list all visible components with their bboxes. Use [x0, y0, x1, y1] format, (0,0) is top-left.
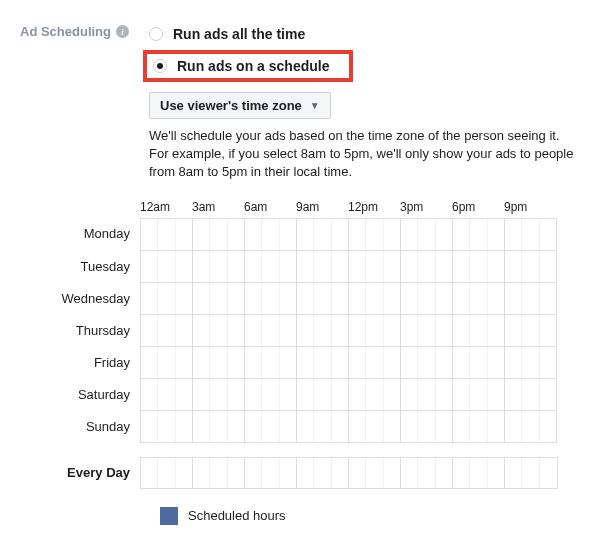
schedule-cell[interactable] — [366, 283, 383, 315]
schedule-cell[interactable] — [366, 347, 383, 379]
schedule-cell[interactable] — [176, 411, 193, 443]
schedule-cell[interactable] — [453, 219, 470, 251]
schedule-cell[interactable] — [176, 347, 193, 379]
schedule-cell[interactable] — [332, 411, 349, 443]
everyday-cell[interactable] — [245, 458, 262, 488]
schedule-cell[interactable] — [280, 283, 297, 315]
schedule-cell[interactable] — [141, 347, 158, 379]
schedule-cell[interactable] — [488, 283, 505, 315]
schedule-cell[interactable] — [280, 315, 297, 347]
schedule-cell[interactable] — [332, 315, 349, 347]
everyday-cell[interactable] — [141, 458, 158, 488]
schedule-cell[interactable] — [193, 219, 210, 251]
everyday-cell[interactable] — [193, 458, 210, 488]
everyday-cell[interactable] — [436, 458, 453, 488]
schedule-cell[interactable] — [366, 379, 383, 411]
schedule-cell[interactable] — [141, 315, 158, 347]
schedule-cell[interactable] — [314, 347, 331, 379]
radio-run-on-schedule[interactable]: Run ads on a schedule — [143, 50, 353, 82]
schedule-cell[interactable] — [176, 219, 193, 251]
schedule-cell[interactable] — [418, 379, 435, 411]
schedule-cell[interactable] — [245, 379, 262, 411]
schedule-cell[interactable] — [262, 347, 279, 379]
schedule-cell[interactable] — [418, 411, 435, 443]
schedule-cell[interactable] — [540, 411, 557, 443]
schedule-cell[interactable] — [384, 411, 401, 443]
day-cells[interactable] — [140, 379, 557, 411]
schedule-cell[interactable] — [332, 219, 349, 251]
schedule-cell[interactable] — [488, 315, 505, 347]
schedule-cell[interactable] — [418, 283, 435, 315]
schedule-cell[interactable] — [349, 219, 366, 251]
schedule-cell[interactable] — [401, 347, 418, 379]
schedule-cell[interactable] — [401, 379, 418, 411]
schedule-cell[interactable] — [436, 411, 453, 443]
schedule-cell[interactable] — [384, 251, 401, 283]
schedule-cell[interactable] — [141, 219, 158, 251]
schedule-cell[interactable] — [436, 379, 453, 411]
schedule-cell[interactable] — [349, 251, 366, 283]
everyday-cell[interactable] — [262, 458, 279, 488]
schedule-cell[interactable] — [401, 315, 418, 347]
schedule-cell[interactable] — [297, 315, 314, 347]
schedule-cell[interactable] — [488, 219, 505, 251]
everyday-cell[interactable] — [314, 458, 331, 488]
everyday-cell[interactable] — [401, 458, 418, 488]
schedule-cell[interactable] — [505, 379, 522, 411]
schedule-cell[interactable] — [505, 347, 522, 379]
day-cells[interactable] — [140, 251, 557, 283]
schedule-cell[interactable] — [158, 315, 175, 347]
everyday-cell[interactable] — [540, 458, 557, 488]
schedule-cell[interactable] — [210, 283, 227, 315]
schedule-cell[interactable] — [297, 411, 314, 443]
schedule-cell[interactable] — [505, 411, 522, 443]
everyday-cell[interactable] — [505, 458, 522, 488]
schedule-cell[interactable] — [158, 219, 175, 251]
schedule-cell[interactable] — [436, 347, 453, 379]
everyday-cell[interactable] — [384, 458, 401, 488]
schedule-cell[interactable] — [453, 251, 470, 283]
schedule-cell[interactable] — [349, 347, 366, 379]
schedule-cell[interactable] — [332, 251, 349, 283]
schedule-cell[interactable] — [228, 251, 245, 283]
schedule-cell[interactable] — [176, 251, 193, 283]
schedule-cell[interactable] — [210, 251, 227, 283]
schedule-cell[interactable] — [210, 315, 227, 347]
schedule-cell[interactable] — [453, 379, 470, 411]
schedule-cell[interactable] — [262, 251, 279, 283]
everyday-cell[interactable] — [280, 458, 297, 488]
everyday-cell[interactable] — [158, 458, 175, 488]
schedule-cell[interactable] — [297, 251, 314, 283]
day-cells[interactable] — [140, 218, 557, 251]
schedule-cell[interactable] — [262, 411, 279, 443]
schedule-cell[interactable] — [297, 379, 314, 411]
day-cells[interactable] — [140, 283, 557, 315]
schedule-cell[interactable] — [366, 411, 383, 443]
schedule-cell[interactable] — [540, 347, 557, 379]
schedule-cell[interactable] — [540, 379, 557, 411]
everyday-cell[interactable] — [453, 458, 470, 488]
schedule-cell[interactable] — [228, 219, 245, 251]
schedule-cell[interactable] — [176, 283, 193, 315]
everyday-cell[interactable] — [522, 458, 539, 488]
schedule-cell[interactable] — [505, 219, 522, 251]
schedule-cell[interactable] — [470, 379, 487, 411]
schedule-cell[interactable] — [522, 251, 539, 283]
schedule-cell[interactable] — [401, 411, 418, 443]
schedule-cell[interactable] — [470, 347, 487, 379]
schedule-cell[interactable] — [366, 251, 383, 283]
schedule-cell[interactable] — [488, 411, 505, 443]
everyday-cell[interactable] — [349, 458, 366, 488]
schedule-cell[interactable] — [401, 251, 418, 283]
schedule-cell[interactable] — [332, 283, 349, 315]
schedule-cell[interactable] — [436, 219, 453, 251]
radio-run-all-time[interactable]: Run ads all the time — [143, 24, 353, 44]
schedule-cell[interactable] — [522, 219, 539, 251]
schedule-cell[interactable] — [418, 219, 435, 251]
schedule-cell[interactable] — [193, 347, 210, 379]
schedule-cell[interactable] — [245, 219, 262, 251]
schedule-cell[interactable] — [297, 347, 314, 379]
schedule-cell[interactable] — [505, 251, 522, 283]
schedule-cell[interactable] — [314, 283, 331, 315]
schedule-cell[interactable] — [453, 411, 470, 443]
